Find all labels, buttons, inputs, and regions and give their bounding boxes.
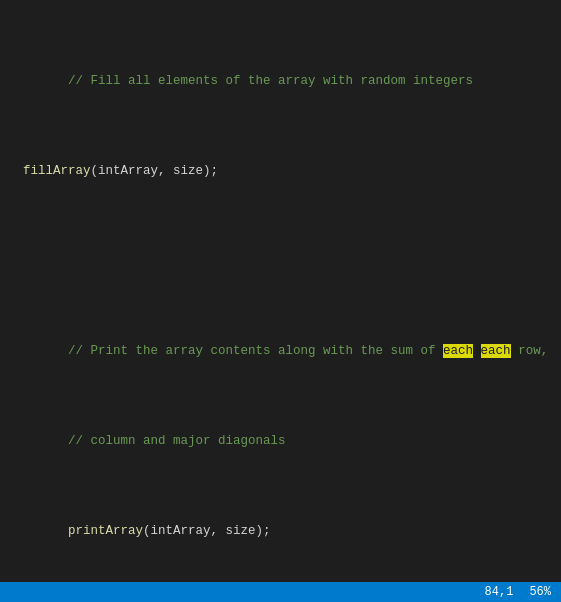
status-info: 84,1 56% — [485, 585, 551, 599]
editor-container: // Fill all elements of the array with r… — [0, 0, 561, 602]
line — [0, 252, 561, 270]
line: fillArray(intArray, size); — [0, 162, 561, 180]
line: // column and major diagonals — [0, 432, 561, 450]
scroll-percent: 56% — [529, 585, 551, 599]
line: // Fill all elements of the array with r… — [0, 72, 561, 90]
code-area: // Fill all elements of the array with r… — [0, 0, 561, 602]
status-bar: 84,1 56% — [0, 582, 561, 602]
line: printArray(intArray, size); — [0, 522, 561, 540]
line: // Print the array contents along with t… — [0, 342, 561, 360]
cursor-position: 84,1 — [485, 585, 514, 599]
